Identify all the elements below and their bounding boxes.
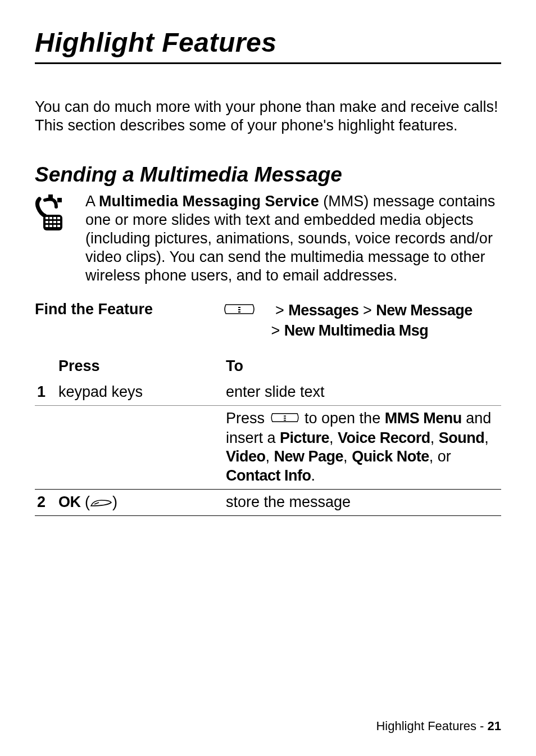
press-steps-table: Press To 1 keypad keys enter slide text … xyxy=(35,354,501,515)
table-note-row: Press to open the MMS Menu and insert a … xyxy=(35,405,501,489)
svg-rect-10 xyxy=(57,221,60,223)
find-feature-row: Find the Feature > Messages > New Messag… xyxy=(35,301,501,341)
svg-rect-1 xyxy=(57,198,62,202)
svg-rect-20 xyxy=(284,419,286,420)
table-row: 1 keypad keys enter slide text xyxy=(35,379,501,405)
svg-rect-15 xyxy=(238,307,240,308)
svg-rect-7 xyxy=(46,221,48,223)
step-number: 1 xyxy=(35,379,56,405)
note-or: , or xyxy=(429,448,451,465)
quicknote-opt: Quick Note xyxy=(352,448,429,465)
gt2: > xyxy=(358,302,376,319)
page-title: Highlight Features xyxy=(35,27,501,64)
svg-rect-6 xyxy=(57,217,60,219)
ok-label: OK xyxy=(58,494,81,510)
mms-feature-icon xyxy=(35,192,85,285)
svg-rect-16 xyxy=(238,309,240,310)
c4: , xyxy=(266,448,274,465)
picture-opt: Picture xyxy=(280,429,329,446)
menu-key-icon xyxy=(224,301,258,321)
video-opt: Video xyxy=(226,448,266,465)
svg-line-21 xyxy=(94,503,99,504)
svg-rect-3 xyxy=(46,217,48,219)
svg-rect-14 xyxy=(57,225,60,227)
svg-rect-4 xyxy=(49,217,52,219)
svg-rect-13 xyxy=(53,225,56,227)
step-press: keypad keys xyxy=(56,379,224,405)
note-period: . xyxy=(311,467,315,484)
c5: , xyxy=(343,448,352,465)
step-result: enter slide text xyxy=(224,379,501,405)
footer-page-number: 21 xyxy=(488,719,501,733)
footer-section: Highlight Features - xyxy=(376,719,487,733)
sound-opt: Sound xyxy=(439,429,484,446)
desc-bold: Multimedia Messaging Service xyxy=(99,193,319,210)
svg-rect-5 xyxy=(53,217,56,219)
press-header: Press xyxy=(56,354,224,379)
voice-opt: Voice Record xyxy=(338,429,430,446)
svg-rect-9 xyxy=(53,221,56,223)
svg-rect-17 xyxy=(238,311,240,313)
c3: , xyxy=(484,429,489,446)
gt1: > xyxy=(275,302,288,319)
note-mid: to open the xyxy=(301,410,385,427)
mms-menu-label: MMS Menu xyxy=(385,410,462,427)
gt3: > xyxy=(271,322,284,339)
contact-opt: Contact Info xyxy=(226,467,311,484)
step-number: 2 xyxy=(35,489,56,515)
newpage-opt: New Page xyxy=(274,448,344,465)
left-softkey-icon: ( ) xyxy=(85,494,117,510)
svg-rect-19 xyxy=(284,418,286,419)
svg-rect-11 xyxy=(46,225,48,227)
desc-prefix: A xyxy=(85,193,99,210)
table-row: 2 OK ( ) store the message xyxy=(35,489,501,515)
c2: , xyxy=(430,429,439,446)
section-body: A Multimedia Messaging Service (MMS) mes… xyxy=(35,192,501,285)
step-result: store the message xyxy=(224,489,501,515)
section-heading: Sending a Multimedia Message xyxy=(35,163,501,187)
new-mms-menu: New Multimedia Msg xyxy=(284,322,429,339)
page-footer: Highlight Features - 21 xyxy=(376,719,501,734)
new-message-menu: New Message xyxy=(376,302,473,319)
intro-paragraph: You can do much more with your phone tha… xyxy=(35,98,501,135)
to-header: To xyxy=(224,354,501,379)
svg-rect-12 xyxy=(49,225,52,227)
svg-rect-8 xyxy=(49,221,52,223)
note-prefix: Press xyxy=(226,410,269,427)
svg-rect-18 xyxy=(284,415,286,417)
menu-key-icon xyxy=(269,410,301,429)
find-feature-label: Find the Feature xyxy=(35,301,224,341)
c1: , xyxy=(329,429,338,446)
messages-menu: Messages xyxy=(288,302,358,319)
